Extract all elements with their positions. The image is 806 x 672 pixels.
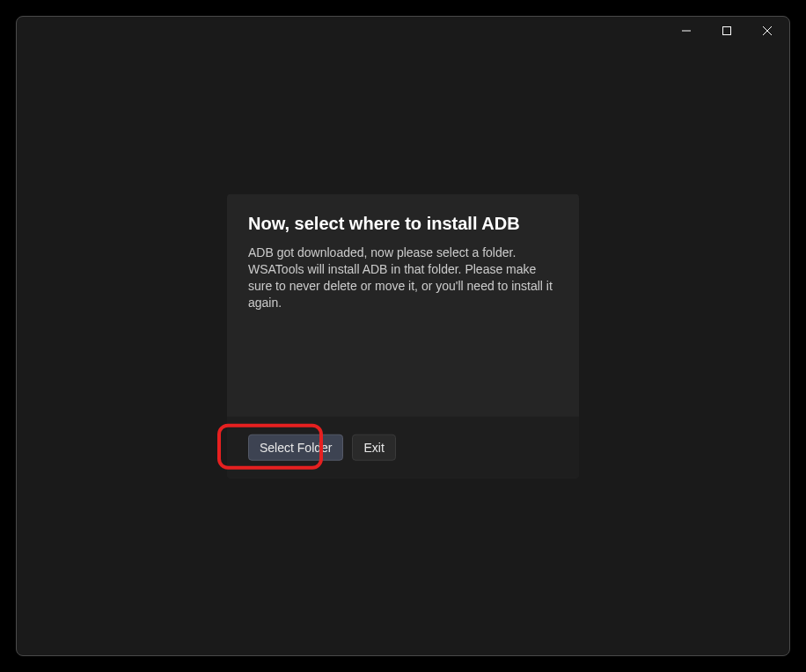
dialog-body: Now, select where to install ADB ADB got… bbox=[227, 194, 579, 417]
maximize-icon bbox=[722, 26, 731, 35]
content-area: Now, select where to install ADB ADB got… bbox=[227, 194, 579, 478]
titlebar bbox=[17, 17, 789, 45]
minimize-button[interactable] bbox=[666, 17, 707, 45]
maximize-button[interactable] bbox=[707, 17, 747, 45]
close-button[interactable] bbox=[747, 17, 788, 45]
dialog-wrapper: Now, select where to install ADB ADB got… bbox=[227, 194, 579, 478]
svg-rect-1 bbox=[723, 27, 731, 35]
minimize-icon bbox=[682, 26, 691, 35]
exit-button[interactable]: Exit bbox=[352, 434, 395, 460]
dialog-footer: Select Folder Exit bbox=[227, 416, 579, 478]
dialog-title: Now, select where to install ADB bbox=[248, 214, 558, 234]
dialog-description: ADB got downloaded, now please select a … bbox=[248, 245, 558, 311]
install-dialog: Now, select where to install ADB ADB got… bbox=[227, 194, 579, 478]
window-controls bbox=[666, 17, 788, 45]
app-window: Now, select where to install ADB ADB got… bbox=[16, 16, 790, 656]
select-folder-button[interactable]: Select Folder bbox=[248, 434, 343, 460]
close-icon bbox=[763, 26, 772, 35]
